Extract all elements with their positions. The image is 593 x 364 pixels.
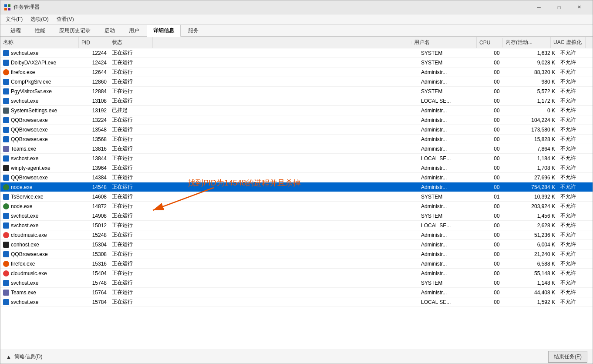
process-name-cell: svchost.exe [0, 222, 79, 229]
table-row[interactable]: svchost.exe 15748 正在运行 SYSTEM 00 1,148 K… [0, 278, 593, 288]
process-name-cell: TsService.exe [0, 193, 79, 201]
process-name-cell: Teams.exe [0, 145, 79, 153]
tab-app-history[interactable]: 应用历史记录 [53, 25, 97, 36]
table-row[interactable]: svchost.exe 12244 正在运行 SYSTEM 00 1,632 K… [0, 48, 593, 58]
process-username: Administr... [418, 231, 484, 239]
col-uac[interactable]: UAC 虚拟化 [551, 37, 586, 48]
minimize-button[interactable]: ─ [529, 0, 549, 14]
tab-performance[interactable]: 性能 [28, 25, 52, 36]
process-memory: 44,408 K [510, 289, 558, 297]
process-uac: 不允许 [558, 211, 593, 220]
process-spacer [153, 244, 418, 246]
process-pid: 15248 [79, 231, 109, 239]
menu-options[interactable]: 选项(O) [27, 15, 52, 24]
process-name-cell: cloudmusic.exe [0, 270, 79, 277]
process-status: 正在运行 [109, 202, 153, 211]
table-row[interactable]: QQBrowser.exe 13548 正在运行 Administr... 00… [0, 125, 593, 135]
process-name-cell: Teams.exe [0, 289, 79, 297]
tab-users[interactable]: 用户 [122, 25, 146, 36]
process-memory: 0 K [510, 107, 558, 115]
menu-view[interactable]: 查看(V) [53, 15, 77, 24]
col-username[interactable]: 用户名 [411, 37, 477, 48]
table-row[interactable]: conhost.exe 15304 正在运行 Administr... 00 6… [0, 240, 593, 249]
table-row[interactable]: PgyVisitorSvr.exe 12884 正在运行 SYSTEM 00 5… [0, 87, 593, 96]
process-spacer [153, 273, 418, 274]
close-button[interactable]: ✕ [569, 0, 589, 14]
table-row[interactable]: svchost.exe 13108 正在运行 LOCAL SE... 00 1,… [0, 96, 593, 106]
process-status: 正在运行 [109, 154, 153, 163]
process-spacer [153, 234, 418, 236]
process-icon [3, 242, 9, 248]
col-name[interactable]: 名称 [0, 37, 79, 48]
process-name: Teams.exe [11, 290, 36, 296]
table-row[interactable]: winpty-agent.exe 13964 正在运行 Administr...… [0, 163, 593, 173]
col-memory[interactable]: 内存(活动... [503, 37, 551, 48]
table-row[interactable]: Teams.exe 15764 正在运行 Administr... 00 44,… [0, 288, 593, 297]
process-uac: 不允许 [558, 144, 593, 153]
process-memory: 6,004 K [510, 241, 558, 249]
table-row[interactable]: QQBrowser.exe 13224 正在运行 Administr... 00… [0, 115, 593, 125]
process-name-cell: DolbyDAX2API.exe [0, 59, 79, 67]
process-uac: 不允许 [558, 221, 593, 230]
process-pid: 13568 [79, 135, 109, 143]
process-status: 正在运行 [109, 182, 153, 192]
process-cpu: 00 [484, 222, 510, 229]
tab-details[interactable]: 详细信息 [147, 25, 181, 37]
process-memory: 15,828 K [510, 135, 558, 143]
process-cpu: 00 [484, 250, 510, 258]
tab-services[interactable]: 服务 [182, 25, 205, 36]
table-row[interactable]: cloudmusic.exe 15248 正在运行 Administr... 0… [0, 230, 593, 240]
table-row[interactable]: DolbyDAX2API.exe 12424 正在运行 SYSTEM 00 9,… [0, 58, 593, 67]
tab-startup[interactable]: 启动 [98, 25, 121, 36]
maximize-button[interactable]: □ [549, 0, 569, 14]
process-cpu: 00 [484, 88, 510, 95]
col-cpu[interactable]: CPU [477, 38, 503, 47]
process-username: SYSTEM [418, 49, 484, 57]
table-row[interactable]: svchost.exe 15784 正在运行 LOCAL SE... 00 1,… [0, 297, 593, 307]
menu-file[interactable]: 文件(F) [2, 15, 26, 24]
table-body[interactable]: 找到PID为14548的进程并且杀掉 svchost.exe 12244 正在运… [0, 48, 593, 350]
table-row[interactable]: QQBrowser.exe 15308 正在运行 Administr... 00… [0, 249, 593, 259]
table-row[interactable]: node.exe 14872 正在运行 Administr... 00 203,… [0, 202, 593, 211]
process-cpu: 00 [484, 289, 510, 297]
process-username: Administr... [418, 241, 484, 249]
process-name: conhost.exe [11, 242, 39, 248]
process-name: svchost.exe [11, 98, 38, 104]
col-pid[interactable]: PID [79, 38, 109, 47]
table-row[interactable]: firefox.exe 15316 正在运行 Administr... 00 6… [0, 259, 593, 269]
process-memory: 1,184 K [510, 155, 558, 162]
process-cpu: 01 [484, 193, 510, 201]
table-row[interactable]: SystemSettings.exe 13192 已挂起 Administr..… [0, 106, 593, 115]
table-row[interactable]: svchost.exe 15012 正在运行 LOCAL SE... 00 2,… [0, 221, 593, 230]
content-area: 名称 PID 状态 用户名 CPU 内存(活动... UAC 虚拟化 找到PID… [0, 37, 593, 350]
end-task-button[interactable]: 结束任务(E) [548, 351, 587, 363]
table-row[interactable]: QQBrowser.exe 13568 正在运行 Administr... 00… [0, 135, 593, 144]
process-uac: 不允许 [558, 259, 593, 268]
process-status: 正在运行 [109, 144, 153, 153]
table-row[interactable]: firefox.exe 12644 正在运行 Administr... 00 8… [0, 67, 593, 77]
col-status[interactable]: 状态 [109, 37, 153, 48]
table-row[interactable]: svchost.exe 13844 正在运行 LOCAL SE... 00 1,… [0, 154, 593, 163]
table-row[interactable]: Teams.exe 13816 正在运行 Administr... 00 7,8… [0, 144, 593, 154]
tab-process[interactable]: 进程 [4, 25, 27, 36]
table-row[interactable]: node.exe 14548 正在运行 Administr... 00 754,… [0, 182, 593, 192]
process-spacer [153, 282, 418, 284]
process-memory: 7,864 K [510, 145, 558, 153]
table-row[interactable]: svchost.exe 14908 正在运行 SYSTEM 00 1,456 K… [0, 211, 593, 221]
process-name-cell: QQBrowser.exe [0, 135, 79, 143]
table-row[interactable]: cloudmusic.exe 15404 正在运行 Administr... 0… [0, 269, 593, 278]
process-icon [3, 251, 9, 257]
process-cpu: 00 [484, 260, 510, 268]
table-row[interactable]: QQBrowser.exe 14384 正在运行 Administr... 00… [0, 173, 593, 182]
table-row[interactable]: TsService.exe 14608 正在运行 SYSTEM 01 10,39… [0, 192, 593, 202]
table-row[interactable]: CompPkgSrv.exe 12860 正在运行 Administr... 0… [0, 77, 593, 87]
process-cpu: 00 [484, 298, 510, 306]
process-memory: 21,240 K [510, 250, 558, 258]
process-icon [3, 213, 9, 219]
process-icon [3, 108, 9, 114]
brief-info-toggle[interactable]: ▲ 简略信息(D) [6, 353, 43, 361]
process-uac: 不允许 [558, 269, 593, 278]
process-icon [3, 280, 9, 286]
process-status: 正在运行 [109, 135, 153, 144]
process-spacer [153, 263, 418, 265]
